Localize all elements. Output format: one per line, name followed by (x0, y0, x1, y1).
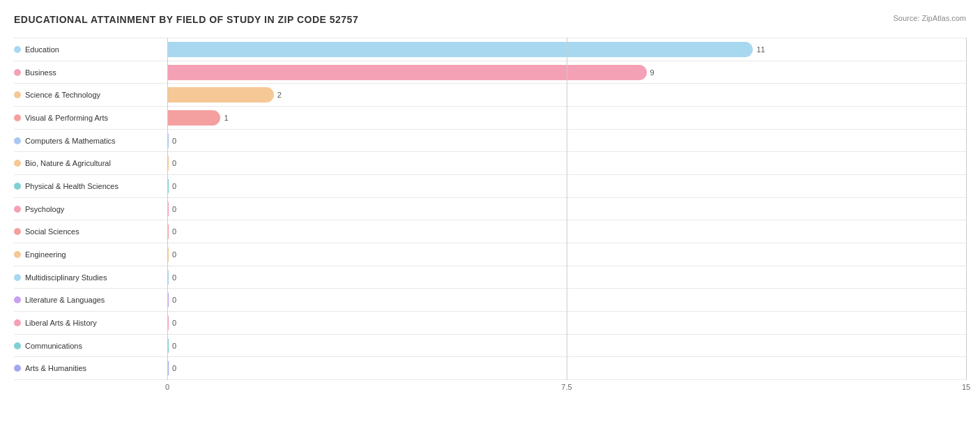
dot-icon (14, 274, 21, 281)
dot-icon (14, 46, 21, 53)
bar-track: 0 (167, 199, 966, 219)
bar-value: 2 (277, 91, 282, 99)
bar-track: 2 (167, 85, 966, 105)
source-text: Source: ZipAtlas.com (893, 14, 966, 22)
dot-icon (14, 69, 21, 76)
bar (167, 87, 274, 103)
dot-icon (14, 114, 21, 121)
bar-label: Science & Technology (25, 91, 100, 99)
bar-value: 0 (172, 227, 176, 236)
bar-row: Liberal Arts & History0 (14, 312, 966, 335)
bar (167, 133, 169, 149)
label-container: Science & Technology (14, 91, 167, 99)
chart-container: EDUCATIONAL ATTAINMENT BY FIELD OF STUDY… (0, 0, 980, 440)
bar (167, 315, 169, 331)
bar-value: 0 (172, 296, 176, 304)
bar-row: Social Sciences0 (14, 220, 966, 243)
bar-row: Literature & Languages0 (14, 289, 966, 312)
dot-icon (14, 251, 21, 258)
bar-row: Visual & Performing Arts1 (14, 107, 966, 130)
bar-label: Bio, Nature & Agricultural (25, 159, 111, 167)
x-tick-label: 7.5 (561, 383, 572, 391)
label-container: Social Sciences (14, 227, 167, 236)
bar-value: 0 (172, 205, 176, 213)
bar-label: Literature & Languages (25, 296, 105, 304)
dot-icon (14, 342, 21, 349)
label-container: Literature & Languages (14, 296, 167, 304)
bar-row: Computers & Mathematics0 (14, 130, 966, 153)
bar (167, 202, 169, 217)
bar-label: Computers & Mathematics (25, 137, 116, 145)
label-container: Communications (14, 342, 167, 350)
label-container: Liberal Arts & History (14, 319, 167, 327)
bar-value: 0 (172, 137, 176, 145)
dot-icon (14, 160, 21, 167)
dot-icon (14, 91, 21, 98)
bar-track: 0 (167, 358, 966, 378)
dot-icon (14, 183, 21, 190)
bar-row: Bio, Nature & Agricultural0 (14, 152, 966, 175)
bar-track: 0 (167, 245, 966, 264)
bar-row: Science & Technology2 (14, 84, 966, 107)
bar-value: 0 (172, 364, 176, 372)
chart-title: EDUCATIONAL ATTAINMENT BY FIELD OF STUDY… (14, 14, 358, 25)
bar-track: 0 (167, 131, 966, 151)
bar-value: 0 (172, 319, 176, 327)
bar-track: 0 (167, 176, 966, 196)
label-container: Education (14, 45, 167, 54)
bar-label: Multidisciplinary Studies (25, 273, 107, 282)
bar-label: Psychology (25, 205, 64, 213)
bar (167, 155, 169, 171)
bar-track: 11 (167, 40, 966, 59)
bar-value: 0 (172, 250, 176, 259)
bar-label: Business (25, 68, 56, 77)
bar-value: 11 (756, 45, 765, 54)
bar (167, 361, 169, 376)
bar-track: 0 (167, 222, 966, 241)
bar-value: 0 (172, 159, 176, 167)
bar-value: 1 (224, 114, 228, 122)
label-container: Business (14, 68, 167, 77)
title-row: EDUCATIONAL ATTAINMENT BY FIELD OF STUDY… (14, 14, 966, 25)
dot-icon (14, 365, 21, 372)
label-container: Psychology (14, 205, 167, 213)
label-container: Physical & Health Sciences (14, 182, 167, 190)
dot-icon (14, 137, 21, 144)
label-container: Bio, Nature & Agricultural (14, 159, 167, 167)
dot-icon (14, 228, 21, 235)
bar-value: 0 (172, 342, 176, 350)
bar-track: 1 (167, 108, 966, 128)
bar-value: 9 (650, 68, 654, 77)
bar-row: Physical & Health Sciences0 (14, 175, 966, 198)
bar-label: Engineering (25, 250, 66, 259)
bars-section: Education11Business9Science & Technology… (14, 38, 966, 380)
bar (167, 42, 753, 57)
bar-track: 0 (167, 336, 966, 356)
bar-label: Communications (25, 342, 82, 350)
bar (167, 270, 169, 285)
label-container: Engineering (14, 250, 167, 259)
bar (167, 179, 169, 194)
bar-track: 0 (167, 313, 966, 333)
bar-row: Communications0 (14, 335, 966, 358)
bar (167, 65, 647, 80)
bar-row: Business9 (14, 61, 966, 84)
dot-icon (14, 296, 21, 303)
dot-icon (14, 319, 21, 326)
grid-line (966, 38, 967, 380)
bar-track: 9 (167, 63, 966, 82)
bar (167, 247, 169, 262)
bar (167, 292, 169, 308)
label-container: Arts & Humanities (14, 364, 167, 372)
bar-track: 0 (167, 153, 966, 173)
chart-area: Education11Business9Science & Technology… (14, 38, 966, 380)
bar-label: Arts & Humanities (25, 364, 86, 372)
bar-row: Education11 (14, 38, 966, 61)
bar (167, 224, 169, 239)
bar-value: 0 (172, 273, 176, 282)
bar (167, 338, 169, 354)
bar-label: Liberal Arts & History (25, 319, 97, 327)
bar-row: Engineering0 (14, 243, 966, 266)
label-container: Visual & Performing Arts (14, 114, 167, 122)
bar-row: Multidisciplinary Studies0 (14, 266, 966, 289)
